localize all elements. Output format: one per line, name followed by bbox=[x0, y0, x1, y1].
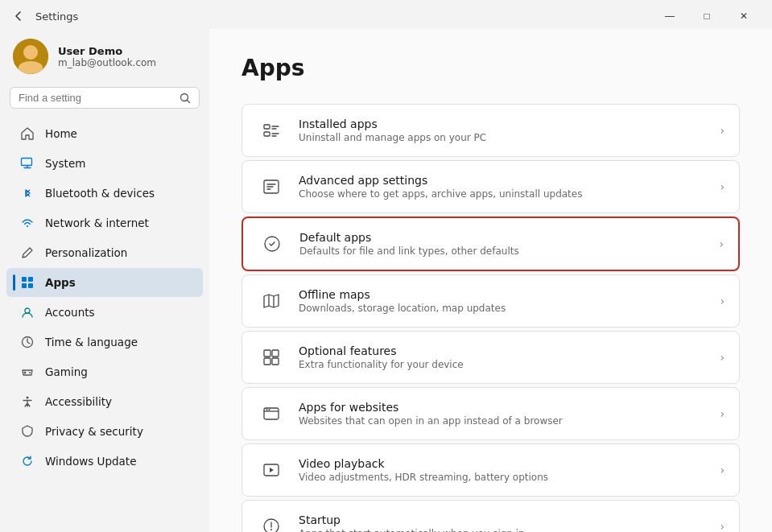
sidebar-item-bluetooth[interactable]: Bluetooth & devices bbox=[6, 179, 203, 208]
startup-title: Startup bbox=[299, 513, 707, 526]
svg-point-23 bbox=[270, 529, 272, 530]
svg-rect-16 bbox=[264, 358, 270, 365]
video-playback-desc: Video adjustments, HDR streaming, batter… bbox=[299, 472, 707, 483]
sidebar-item-time-label: Time & language bbox=[45, 336, 138, 348]
offline-maps-icon bbox=[257, 287, 286, 315]
sidebar-item-network-label: Network & internet bbox=[45, 217, 149, 229]
privacy-icon bbox=[19, 423, 35, 439]
startup-icon bbox=[257, 512, 286, 532]
sidebar-item-home[interactable]: Home bbox=[6, 119, 203, 148]
sidebar-item-personalization[interactable]: Personalization bbox=[6, 238, 203, 267]
window-controls: — □ ✕ bbox=[651, 3, 762, 29]
video-playback-text: Video playback Video adjustments, HDR st… bbox=[299, 457, 707, 483]
default-apps-desc: Defaults for file and link types, other … bbox=[299, 245, 706, 257]
installed-apps-icon bbox=[257, 116, 286, 145]
offline-maps-text: Offline maps Downloads, storage location… bbox=[299, 288, 707, 314]
sidebar-item-privacy[interactable]: Privacy & security bbox=[6, 417, 203, 446]
page-title: Apps bbox=[242, 55, 740, 81]
settings-item-default-apps[interactable]: Default apps Defaults for file and link … bbox=[242, 217, 740, 271]
sidebar-item-personalization-label: Personalization bbox=[45, 246, 127, 259]
sidebar-item-network[interactable]: Network & internet bbox=[6, 208, 203, 237]
startup-chevron: › bbox=[720, 520, 725, 532]
settings-item-advanced[interactable]: Advanced app settings Choose where to ge… bbox=[242, 160, 740, 213]
sidebar-item-gaming-label: Gaming bbox=[45, 365, 88, 378]
sidebar-item-update[interactable]: Windows Update bbox=[6, 447, 203, 476]
settings-item-apps-websites[interactable]: Apps for websites Websites that can open… bbox=[242, 387, 740, 440]
apps-websites-chevron: › bbox=[720, 407, 725, 420]
time-icon bbox=[19, 334, 35, 350]
optional-features-text: Optional features Extra functionality fo… bbox=[299, 344, 707, 370]
svg-rect-3 bbox=[28, 277, 33, 282]
sidebar-item-accounts-label: Accounts bbox=[45, 306, 95, 319]
sidebar-item-system[interactable]: System bbox=[6, 149, 203, 178]
sidebar-item-time[interactable]: Time & language bbox=[6, 328, 203, 357]
svg-rect-5 bbox=[28, 283, 33, 288]
close-button[interactable]: ✕ bbox=[725, 3, 762, 29]
settings-item-offline-maps[interactable]: Offline maps Downloads, storage location… bbox=[242, 274, 740, 328]
svg-point-8 bbox=[29, 372, 31, 373]
settings-item-installed-apps[interactable]: Installed apps Uninstall and manage apps… bbox=[242, 104, 740, 157]
installed-apps-chevron: › bbox=[720, 124, 725, 137]
offline-maps-title: Offline maps bbox=[299, 288, 707, 301]
user-profile[interactable]: User Demo m_lab@outlook.com bbox=[0, 29, 209, 87]
settings-item-video-playback[interactable]: Video playback Video adjustments, HDR st… bbox=[242, 443, 740, 497]
svg-rect-15 bbox=[272, 350, 279, 357]
sidebar-item-bluetooth-label: Bluetooth & devices bbox=[45, 187, 155, 200]
sidebar: User Demo m_lab@outlook.com bbox=[0, 29, 209, 532]
default-apps-text: Default apps Defaults for file and link … bbox=[299, 231, 706, 257]
user-name: User Demo bbox=[58, 45, 156, 57]
maximize-button[interactable]: □ bbox=[688, 3, 725, 29]
personalization-icon bbox=[19, 245, 35, 261]
default-apps-chevron: › bbox=[719, 237, 724, 250]
optional-features-title: Optional features bbox=[299, 344, 707, 357]
svg-rect-11 bbox=[264, 132, 270, 136]
title-bar: Settings — □ ✕ bbox=[0, 0, 772, 29]
app-body: User Demo m_lab@outlook.com bbox=[0, 29, 772, 532]
sidebar-item-apps-label: Apps bbox=[45, 276, 76, 289]
offline-maps-desc: Downloads, storage location, map updates bbox=[299, 303, 707, 314]
svg-point-20 bbox=[269, 409, 270, 410]
search-box[interactable] bbox=[10, 87, 200, 109]
default-apps-title: Default apps bbox=[299, 231, 706, 244]
sidebar-item-accessibility[interactable]: Accessibility bbox=[6, 387, 203, 416]
video-playback-title: Video playback bbox=[299, 457, 707, 470]
optional-features-chevron: › bbox=[720, 351, 725, 364]
advanced-title: Advanced app settings bbox=[299, 174, 707, 187]
home-icon bbox=[19, 126, 35, 142]
sidebar-item-system-label: System bbox=[45, 157, 85, 170]
sidebar-item-gaming[interactable]: Gaming bbox=[6, 357, 203, 386]
advanced-icon bbox=[257, 172, 286, 201]
advanced-chevron: › bbox=[720, 180, 725, 193]
user-info: User Demo m_lab@outlook.com bbox=[58, 45, 156, 68]
title-bar-left: Settings bbox=[10, 9, 78, 23]
optional-features-icon bbox=[257, 343, 286, 372]
svg-point-9 bbox=[27, 397, 29, 399]
search-icon bbox=[180, 93, 191, 104]
video-playback-icon bbox=[257, 456, 286, 485]
sidebar-item-home-label: Home bbox=[45, 127, 77, 140]
user-email: m_lab@outlook.com bbox=[58, 57, 156, 68]
svg-point-13 bbox=[265, 237, 279, 251]
optional-features-desc: Extra functionality for your device bbox=[299, 359, 707, 370]
sidebar-item-accounts[interactable]: Accounts bbox=[6, 298, 203, 327]
video-playback-chevron: › bbox=[720, 464, 725, 476]
search-input[interactable] bbox=[19, 92, 175, 104]
svg-point-6 bbox=[25, 308, 30, 313]
apps-websites-icon bbox=[257, 399, 286, 428]
settings-list: Installed apps Uninstall and manage apps… bbox=[242, 104, 740, 532]
svg-rect-1 bbox=[22, 159, 32, 166]
settings-item-optional-features[interactable]: Optional features Extra functionality fo… bbox=[242, 331, 740, 384]
sidebar-item-apps[interactable]: Apps bbox=[6, 268, 203, 297]
avatar bbox=[13, 39, 48, 74]
network-icon bbox=[19, 215, 35, 231]
svg-rect-4 bbox=[22, 283, 27, 288]
installed-apps-text: Installed apps Uninstall and manage apps… bbox=[299, 118, 707, 143]
svg-rect-10 bbox=[264, 125, 270, 129]
sidebar-item-privacy-label: Privacy & security bbox=[45, 425, 143, 438]
minimize-button[interactable]: — bbox=[651, 3, 688, 29]
sidebar-item-update-label: Windows Update bbox=[45, 455, 136, 468]
default-apps-icon bbox=[258, 229, 287, 258]
back-button[interactable] bbox=[10, 9, 27, 23]
settings-item-startup[interactable]: Startup Apps that start automatically wh… bbox=[242, 500, 740, 532]
offline-maps-chevron: › bbox=[720, 295, 725, 307]
